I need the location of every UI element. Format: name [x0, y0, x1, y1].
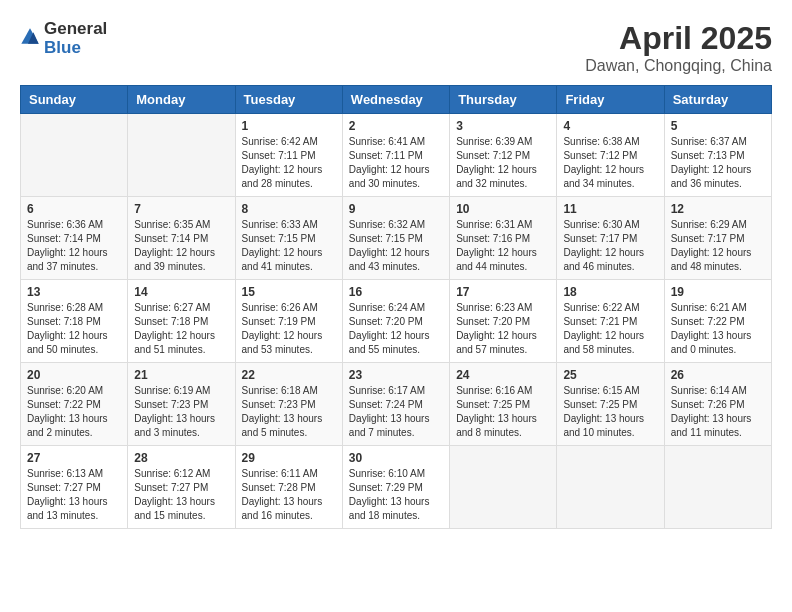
weekday-header-thursday: Thursday: [450, 86, 557, 114]
day-number: 4: [563, 119, 657, 133]
day-info: Sunrise: 6:42 AMSunset: 7:11 PMDaylight:…: [242, 135, 336, 191]
day-info: Sunrise: 6:33 AMSunset: 7:15 PMDaylight:…: [242, 218, 336, 274]
week-row-1: 1Sunrise: 6:42 AMSunset: 7:11 PMDaylight…: [21, 114, 772, 197]
day-info: Sunrise: 6:23 AMSunset: 7:20 PMDaylight:…: [456, 301, 550, 357]
day-info: Sunrise: 6:12 AMSunset: 7:27 PMDaylight:…: [134, 467, 228, 523]
day-info: Sunrise: 6:21 AMSunset: 7:22 PMDaylight:…: [671, 301, 765, 357]
weekday-header-row: SundayMondayTuesdayWednesdayThursdayFrid…: [21, 86, 772, 114]
weekday-header-friday: Friday: [557, 86, 664, 114]
week-row-4: 20Sunrise: 6:20 AMSunset: 7:22 PMDayligh…: [21, 363, 772, 446]
day-cell: 15Sunrise: 6:26 AMSunset: 7:19 PMDayligh…: [235, 280, 342, 363]
day-info: Sunrise: 6:39 AMSunset: 7:12 PMDaylight:…: [456, 135, 550, 191]
day-cell: [557, 446, 664, 529]
day-info: Sunrise: 6:38 AMSunset: 7:12 PMDaylight:…: [563, 135, 657, 191]
day-cell: 29Sunrise: 6:11 AMSunset: 7:28 PMDayligh…: [235, 446, 342, 529]
day-number: 19: [671, 285, 765, 299]
weekday-header-sunday: Sunday: [21, 86, 128, 114]
weekday-header-monday: Monday: [128, 86, 235, 114]
week-row-5: 27Sunrise: 6:13 AMSunset: 7:27 PMDayligh…: [21, 446, 772, 529]
month-year-title: April 2025: [585, 20, 772, 57]
logo-icon: [20, 27, 40, 47]
day-info: Sunrise: 6:22 AMSunset: 7:21 PMDaylight:…: [563, 301, 657, 357]
day-number: 26: [671, 368, 765, 382]
day-number: 3: [456, 119, 550, 133]
day-number: 21: [134, 368, 228, 382]
day-cell: 19Sunrise: 6:21 AMSunset: 7:22 PMDayligh…: [664, 280, 771, 363]
day-info: Sunrise: 6:29 AMSunset: 7:17 PMDaylight:…: [671, 218, 765, 274]
day-info: Sunrise: 6:16 AMSunset: 7:25 PMDaylight:…: [456, 384, 550, 440]
day-info: Sunrise: 6:32 AMSunset: 7:15 PMDaylight:…: [349, 218, 443, 274]
day-cell: 21Sunrise: 6:19 AMSunset: 7:23 PMDayligh…: [128, 363, 235, 446]
day-number: 20: [27, 368, 121, 382]
day-number: 27: [27, 451, 121, 465]
weekday-header-saturday: Saturday: [664, 86, 771, 114]
day-cell: 16Sunrise: 6:24 AMSunset: 7:20 PMDayligh…: [342, 280, 449, 363]
day-cell: [128, 114, 235, 197]
day-number: 5: [671, 119, 765, 133]
day-cell: 12Sunrise: 6:29 AMSunset: 7:17 PMDayligh…: [664, 197, 771, 280]
day-cell: 1Sunrise: 6:42 AMSunset: 7:11 PMDaylight…: [235, 114, 342, 197]
day-info: Sunrise: 6:10 AMSunset: 7:29 PMDaylight:…: [349, 467, 443, 523]
day-cell: 14Sunrise: 6:27 AMSunset: 7:18 PMDayligh…: [128, 280, 235, 363]
day-cell: 8Sunrise: 6:33 AMSunset: 7:15 PMDaylight…: [235, 197, 342, 280]
day-cell: 26Sunrise: 6:14 AMSunset: 7:26 PMDayligh…: [664, 363, 771, 446]
day-info: Sunrise: 6:13 AMSunset: 7:27 PMDaylight:…: [27, 467, 121, 523]
day-number: 11: [563, 202, 657, 216]
day-info: Sunrise: 6:19 AMSunset: 7:23 PMDaylight:…: [134, 384, 228, 440]
day-number: 23: [349, 368, 443, 382]
day-cell: 28Sunrise: 6:12 AMSunset: 7:27 PMDayligh…: [128, 446, 235, 529]
week-row-3: 13Sunrise: 6:28 AMSunset: 7:18 PMDayligh…: [21, 280, 772, 363]
day-cell: 20Sunrise: 6:20 AMSunset: 7:22 PMDayligh…: [21, 363, 128, 446]
day-cell: 9Sunrise: 6:32 AMSunset: 7:15 PMDaylight…: [342, 197, 449, 280]
day-info: Sunrise: 6:41 AMSunset: 7:11 PMDaylight:…: [349, 135, 443, 191]
day-cell: 13Sunrise: 6:28 AMSunset: 7:18 PMDayligh…: [21, 280, 128, 363]
day-number: 9: [349, 202, 443, 216]
day-number: 1: [242, 119, 336, 133]
day-number: 28: [134, 451, 228, 465]
day-info: Sunrise: 6:37 AMSunset: 7:13 PMDaylight:…: [671, 135, 765, 191]
day-info: Sunrise: 6:31 AMSunset: 7:16 PMDaylight:…: [456, 218, 550, 274]
day-cell: 7Sunrise: 6:35 AMSunset: 7:14 PMDaylight…: [128, 197, 235, 280]
day-cell: 6Sunrise: 6:36 AMSunset: 7:14 PMDaylight…: [21, 197, 128, 280]
day-cell: 3Sunrise: 6:39 AMSunset: 7:12 PMDaylight…: [450, 114, 557, 197]
day-number: 17: [456, 285, 550, 299]
logo-general-text: General: [44, 20, 107, 39]
day-number: 25: [563, 368, 657, 382]
day-info: Sunrise: 6:14 AMSunset: 7:26 PMDaylight:…: [671, 384, 765, 440]
day-number: 14: [134, 285, 228, 299]
day-number: 29: [242, 451, 336, 465]
day-info: Sunrise: 6:20 AMSunset: 7:22 PMDaylight:…: [27, 384, 121, 440]
day-cell: 18Sunrise: 6:22 AMSunset: 7:21 PMDayligh…: [557, 280, 664, 363]
day-cell: 10Sunrise: 6:31 AMSunset: 7:16 PMDayligh…: [450, 197, 557, 280]
location-subtitle: Dawan, Chongqing, China: [585, 57, 772, 75]
day-number: 15: [242, 285, 336, 299]
day-number: 2: [349, 119, 443, 133]
day-info: Sunrise: 6:11 AMSunset: 7:28 PMDaylight:…: [242, 467, 336, 523]
day-cell: 27Sunrise: 6:13 AMSunset: 7:27 PMDayligh…: [21, 446, 128, 529]
weekday-header-tuesday: Tuesday: [235, 86, 342, 114]
day-info: Sunrise: 6:30 AMSunset: 7:17 PMDaylight:…: [563, 218, 657, 274]
day-cell: 11Sunrise: 6:30 AMSunset: 7:17 PMDayligh…: [557, 197, 664, 280]
day-info: Sunrise: 6:28 AMSunset: 7:18 PMDaylight:…: [27, 301, 121, 357]
title-section: April 2025 Dawan, Chongqing, China: [585, 20, 772, 75]
day-info: Sunrise: 6:15 AMSunset: 7:25 PMDaylight:…: [563, 384, 657, 440]
day-number: 30: [349, 451, 443, 465]
day-number: 12: [671, 202, 765, 216]
day-number: 10: [456, 202, 550, 216]
calendar-table: SundayMondayTuesdayWednesdayThursdayFrid…: [20, 85, 772, 529]
day-number: 16: [349, 285, 443, 299]
day-number: 24: [456, 368, 550, 382]
day-cell: 2Sunrise: 6:41 AMSunset: 7:11 PMDaylight…: [342, 114, 449, 197]
day-number: 22: [242, 368, 336, 382]
day-cell: 23Sunrise: 6:17 AMSunset: 7:24 PMDayligh…: [342, 363, 449, 446]
day-cell: 17Sunrise: 6:23 AMSunset: 7:20 PMDayligh…: [450, 280, 557, 363]
day-cell: 4Sunrise: 6:38 AMSunset: 7:12 PMDaylight…: [557, 114, 664, 197]
day-info: Sunrise: 6:17 AMSunset: 7:24 PMDaylight:…: [349, 384, 443, 440]
day-cell: [450, 446, 557, 529]
day-cell: 25Sunrise: 6:15 AMSunset: 7:25 PMDayligh…: [557, 363, 664, 446]
day-cell: 24Sunrise: 6:16 AMSunset: 7:25 PMDayligh…: [450, 363, 557, 446]
day-cell: 5Sunrise: 6:37 AMSunset: 7:13 PMDaylight…: [664, 114, 771, 197]
day-cell: [21, 114, 128, 197]
page-header: General Blue April 2025 Dawan, Chongqing…: [20, 20, 772, 75]
day-number: 7: [134, 202, 228, 216]
